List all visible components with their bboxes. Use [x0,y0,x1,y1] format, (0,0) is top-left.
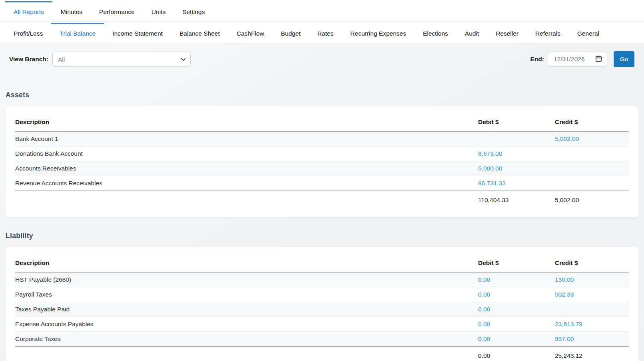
end-date-value: 12/31/2026 [554,56,585,63]
row-credit-value[interactable]: 23,613.79 [555,321,582,327]
table-row: Revenue Accounts Receivables 96,731.33 [15,176,629,191]
total-credit-value: 5,002.00 [555,197,579,203]
report-tab-rates[interactable]: Rates [309,23,342,43]
total-debit-value: 110,404.33 [478,197,508,203]
row-debit-value[interactable]: 0.00 [478,276,490,283]
table-row: Payroll Taxes 0.00 502.33 [15,287,629,302]
report-tab-referrals[interactable]: Referrals [527,23,569,43]
primary-tab-performance[interactable]: Performance [91,1,143,21]
row-description: Expense Accounts Payables [15,321,94,327]
primary-tab-units[interactable]: Units [143,1,174,21]
totals-spacer [15,191,478,208]
row-description: HST Payable (2680) [15,276,71,283]
row-credit-value[interactable]: 997.00 [555,335,574,342]
report-tab-general[interactable]: General [569,23,608,43]
calendar-icon[interactable] [595,55,602,64]
total-debit-value: 0.00 [478,352,490,359]
end-date-input[interactable]: 12/31/2026 [548,52,607,67]
report-tab-budget[interactable]: Budget [273,23,309,43]
table-row: Accounts Receivables 5,000.00 [15,161,629,176]
report-tab-bar: Profit/LossTrial BalanceIncome Statement… [0,22,644,43]
row-description: Revenue Accounts Receivables [15,180,102,187]
branch-select[interactable]: All [52,52,191,67]
report-tab-balance-sheet[interactable]: Balance Sheet [171,23,228,43]
section-card: Description Debit $ Credit $ HST Payable… [6,247,638,361]
report-section-liability: Liability Description Debit $ Credit $ [6,232,638,361]
table-row: Expense Accounts Payables 0.00 23,613.79 [15,317,629,332]
balance-table: Description Debit $ Credit $ Bank Accoun… [15,112,629,208]
report-tab-profit-loss[interactable]: Profit/Loss [5,23,51,43]
branch-select-wrap: All [52,52,191,67]
section-title: Liability [6,232,638,240]
table-row: HST Payable (2680) 0.00 130.00 [15,272,629,287]
report-tab-elections[interactable]: Elections [415,23,457,43]
table-row: Corporate Taxes 0.00 997.00 [15,332,629,347]
totals-row: 110,404.33 5,002.00 [15,191,629,208]
table-header-row: Description Debit $ Credit $ [15,112,629,131]
end-date-group: End: 12/31/2026 Go [530,51,634,67]
credit-column-header: Credit $ [555,112,629,131]
debit-column-header: Debit $ [478,253,555,272]
row-credit-value[interactable]: 5,002.00 [555,135,579,142]
row-debit-value[interactable]: 96,731.33 [478,180,506,187]
primary-tab-all-reports[interactable]: All Reports [5,1,52,21]
table-row: Taxes Payable Paid 0.00 [15,302,629,317]
totals-spacer [15,347,478,361]
primary-tab-minutes[interactable]: Minutes [52,1,91,21]
credit-column-header: Credit $ [555,253,629,272]
description-column-header: Description [15,253,478,272]
totals-row: 0.00 25,243.12 [15,347,629,361]
report-tab-reseller[interactable]: Reseller [487,23,527,43]
end-label: End: [530,56,544,63]
row-description: Accounts Receivables [15,165,76,172]
balance-table: Description Debit $ Credit $ HST Payable… [15,253,629,361]
primary-tab-settings[interactable]: Settings [174,1,213,21]
go-button[interactable]: Go [614,51,634,67]
row-debit-value[interactable]: 0.00 [478,306,490,313]
section-title: Assets [6,91,638,99]
report-tab-trial-balance[interactable]: Trial Balance [51,23,104,43]
row-debit-value[interactable]: 0.00 [478,321,490,327]
table-header-row: Description Debit $ Credit $ [15,253,629,272]
row-debit-value[interactable]: 0.00 [478,335,490,342]
row-description: Bank Account 1 [15,135,58,142]
total-credit-value: 25,243.12 [555,352,582,359]
row-description: Taxes Payable Paid [15,306,70,313]
debit-column-header: Debit $ [478,112,555,131]
row-debit-value[interactable]: 8,673.00 [478,150,502,157]
row-credit-value[interactable]: 502.33 [555,291,574,298]
row-debit-value[interactable]: 5,000.00 [478,165,502,172]
view-branch-label: View Branch: [9,56,48,63]
table-row: Donations Bank Account 8,673.00 [15,146,629,161]
row-debit-value[interactable]: 0.00 [478,291,490,298]
row-credit-value[interactable]: 130.00 [555,276,574,283]
section-card: Description Debit $ Credit $ Bank Accoun… [6,106,638,217]
row-description: Corporate Taxes [15,335,60,342]
report-tab-audit[interactable]: Audit [457,23,487,43]
report-tab-income-statement[interactable]: Income Statement [104,23,171,43]
report-tab-cashflow[interactable]: CashFlow [228,23,273,43]
row-description: Donations Bank Account [15,150,83,157]
report-body: Assets Description Debit $ Credit $ [0,91,644,361]
report-section-assets: Assets Description Debit $ Credit $ [6,91,638,217]
filter-bar: View Branch: All End: 12/31/2026 Go [9,51,634,67]
primary-tab-bar: All ReportsMinutesPerformanceUnitsSettin… [0,0,644,22]
table-row: Bank Account 1 5,002.00 [15,131,629,146]
report-tab-recurring-expenses[interactable]: Recurring Expenses [342,23,415,43]
description-column-header: Description [15,112,478,131]
row-description: Payroll Taxes [15,291,52,298]
